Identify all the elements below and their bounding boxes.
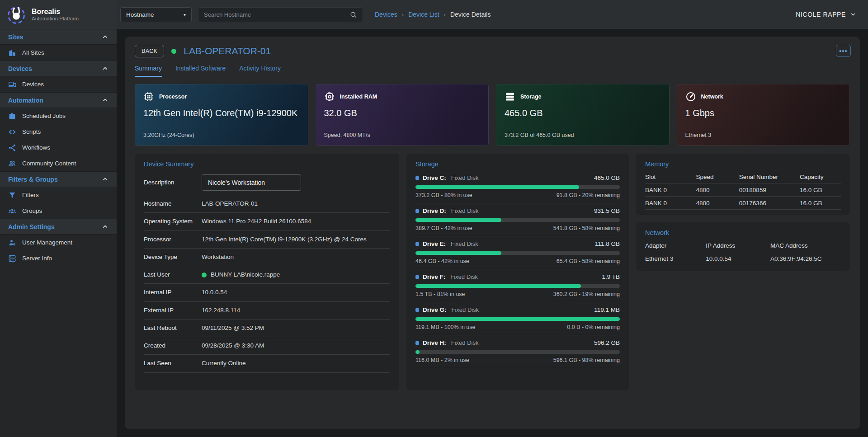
sidebar-item-scheduled-jobs[interactable]: Scheduled Jobs xyxy=(0,108,117,124)
search-input[interactable] xyxy=(204,11,349,18)
search-box[interactable] xyxy=(198,7,363,22)
summary-value: 10.0.0.54 xyxy=(202,288,227,297)
drive-size: 1.9 TB xyxy=(602,273,620,280)
summary-value: Windows 11 Pro 24H2 Build 26100.6584 xyxy=(202,217,311,226)
drive-row-drive-g: Drive G: Fixed Disk 119.1 MB 119.1 MB - … xyxy=(415,302,620,335)
sidebar-section-sites[interactable]: Sites xyxy=(0,29,117,45)
column-header: Serial Number xyxy=(739,174,800,180)
sidebar-item-devices[interactable]: Devices xyxy=(0,76,117,92)
drive-free-text: 65.4 GB - 58% remaining xyxy=(557,258,620,264)
sidebar-item-label: Scheduled Jobs xyxy=(22,113,66,119)
stat-card-value: 465.0 GB xyxy=(505,108,661,118)
sidebar-item-label: Scripts xyxy=(22,128,41,135)
column-header: Speed xyxy=(696,174,739,180)
drive-bullet-icon xyxy=(415,275,419,279)
sidebar-item-all-sites[interactable]: All Sites xyxy=(0,45,117,61)
chevron-up-icon xyxy=(102,223,108,230)
sidebar-item-community-content[interactable]: Community Content xyxy=(0,155,117,171)
table-cell: A0:36:9F:94:26:5C xyxy=(770,255,841,262)
sidebar-section-devices[interactable]: Devices xyxy=(0,61,117,76)
table-cell: 10.0.0.54 xyxy=(706,255,770,262)
sidebar-section-admin-settings[interactable]: Admin Settings xyxy=(0,219,117,235)
tab-installed-software[interactable]: Installed Software xyxy=(175,65,226,77)
device-details-card: BACK LAB-OPERATOR-01 ••• SummaryInstalle… xyxy=(125,37,860,429)
sidebar-nav: Sites All Sites Devices Devices Automati… xyxy=(0,29,117,437)
sidebar-item-server-info[interactable]: Server Info xyxy=(0,250,117,266)
sidebar-item-label: Workflows xyxy=(22,144,50,151)
breadcrumb-separator: › xyxy=(444,11,446,18)
drive-free-text: 0.0 B - 0% remaining xyxy=(567,324,620,330)
table-cell: 00176366 xyxy=(739,200,800,207)
drive-free-text: 541.8 GB - 58% remaining xyxy=(553,225,620,231)
drive-usage-bar xyxy=(415,317,620,321)
breadcrumb-item-devices[interactable]: Devices xyxy=(375,11,397,18)
summary-label: Created xyxy=(144,342,202,350)
drive-usage-bar xyxy=(415,251,620,255)
stat-card-subtext: Speed: 4800 MT/s xyxy=(324,132,481,138)
column-header: Capacity xyxy=(800,174,841,180)
network-header-row: AdapterIP AddressMAC Address xyxy=(645,239,841,252)
sidebar-item-filters[interactable]: Filters xyxy=(0,187,117,203)
more-actions-button[interactable]: ••• xyxy=(836,45,851,57)
group-icon xyxy=(8,207,16,215)
stat-card-title: Storage xyxy=(520,94,542,100)
summary-label: Processor xyxy=(144,235,202,244)
share-nodes-icon xyxy=(8,144,16,152)
brand-name: Borealis xyxy=(32,8,79,16)
drive-type: Fixed Disk xyxy=(451,174,479,181)
table-cell: 4800 xyxy=(696,187,739,193)
ram-icon xyxy=(324,91,335,102)
sidebar-item-label: Server Info xyxy=(22,255,52,262)
summary-value: 12th Gen Intel(R) Core(TM) i9-12900K (3.… xyxy=(202,235,367,244)
summary-row-created: Created 09/28/2025 @ 3:30 AM xyxy=(144,337,390,355)
summary-row-description: Description xyxy=(144,170,390,195)
drive-bullet-icon xyxy=(415,176,419,180)
description-input[interactable] xyxy=(202,174,301,191)
tab-activity-history[interactable]: Activity History xyxy=(239,65,281,77)
online-status-dot xyxy=(202,273,207,277)
summary-value: Currently Online xyxy=(202,359,246,368)
drive-usage-fill xyxy=(415,350,420,354)
topbar: Borealis Automation Platform Hostname ▾ … xyxy=(0,0,868,29)
tab-summary[interactable]: Summary xyxy=(135,65,162,77)
stat-card-storage: Storage 465.0 GB 373.2 GB of 465.0 GB us… xyxy=(496,84,670,146)
drive-size: 596.2 GB xyxy=(594,339,620,346)
drive-type: Fixed Disk xyxy=(451,339,479,346)
drive-free-text: 596.1 GB - 98% remaining xyxy=(553,357,620,363)
sidebar-item-user-management[interactable]: User Management xyxy=(0,235,117,250)
user-menu[interactable]: NICOLE RAPPE xyxy=(796,11,856,18)
sidebar-item-label: Devices xyxy=(22,81,44,88)
summary-row-last-user: Last User BUNNY-LAB\nicole.rappe xyxy=(144,266,390,284)
hostname-filter-value: Hostname xyxy=(126,11,154,18)
device-summary-panel: Device Summary Description Hostname LAB-… xyxy=(135,154,399,390)
sidebar-item-scripts[interactable]: Scripts xyxy=(0,124,117,140)
people-icon xyxy=(8,160,16,168)
code-icon xyxy=(8,128,16,136)
device-title-row: BACK LAB-OPERATOR-01 xyxy=(135,45,850,57)
stat-card-subtext: 3.20GHz (24-Cores) xyxy=(143,132,300,138)
hostname-filter-dropdown[interactable]: Hostname ▾ xyxy=(120,7,192,22)
breadcrumb-item-device-list[interactable]: Device List xyxy=(408,11,439,18)
bunny-logo-icon xyxy=(6,5,26,24)
caret-down-icon: ▾ xyxy=(184,12,186,17)
back-button[interactable]: BACK xyxy=(135,45,164,57)
main-area: BACK LAB-OPERATOR-01 ••• SummaryInstalle… xyxy=(117,29,868,437)
stat-card-title: Processor xyxy=(159,94,187,100)
network-panel: Network AdapterIP AddressMAC AddressEthe… xyxy=(636,222,850,271)
sidebar-item-groups[interactable]: Groups xyxy=(0,203,117,219)
sidebar-section-filters-groups[interactable]: Filters & Groups xyxy=(0,171,117,187)
sidebar-item-workflows[interactable]: Workflows xyxy=(0,140,117,155)
device-summary-title: Device Summary xyxy=(144,160,390,168)
sidebar-section-label: Admin Settings xyxy=(8,223,55,230)
drive-size: 931.5 GB xyxy=(594,207,620,214)
sidebar-section-automation[interactable]: Automation xyxy=(0,92,117,108)
sidebar-section-label: Sites xyxy=(8,33,23,41)
summary-value: 09/11/2025 @ 3:52 PM xyxy=(202,324,264,333)
drive-usage-bar xyxy=(415,284,620,288)
storage-panel-title: Storage xyxy=(415,160,620,168)
stat-card-network: Network 1 Gbps Ethernet 3 xyxy=(677,84,850,146)
user-gear-icon xyxy=(8,239,16,247)
summary-value: Workstation xyxy=(202,253,234,262)
column-header: Slot xyxy=(645,174,696,180)
column-header: Adapter xyxy=(645,242,706,249)
